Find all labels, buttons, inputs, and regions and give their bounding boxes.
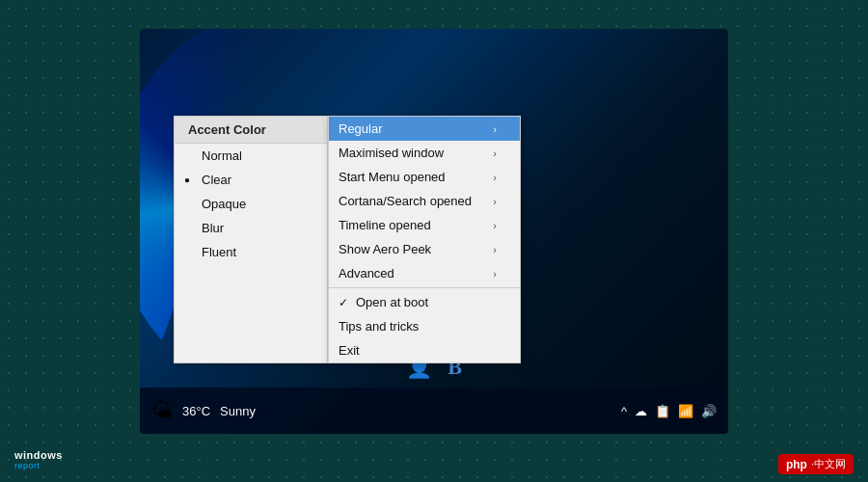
opaque-label: Opaque [202, 197, 246, 211]
regular-label: Regular [339, 121, 383, 136]
timeline-arrow-icon: › [493, 220, 497, 231]
sys-wifi-icon: 📶 [678, 404, 693, 418]
php-cn-text: ·中文网 [811, 457, 846, 471]
main-context-menu: Regular › Maximised window › Start Menu … [328, 116, 521, 363]
start-menu-arrow-icon: › [493, 172, 497, 183]
start-menu-label: Start Menu opened [339, 170, 446, 184]
aero-peek-arrow-icon: › [493, 244, 497, 255]
menu-item-tips[interactable]: Tips and tricks [329, 314, 520, 338]
menu-item-fluent[interactable]: Fluent [175, 240, 327, 264]
cortana-label: Cortana/Search opened [339, 194, 472, 208]
php-cn-logo: php ·中文网 [778, 454, 854, 474]
menu-separator-1 [329, 287, 520, 288]
menu-item-regular[interactable]: Regular › [329, 117, 520, 141]
windows-report-logo: windows report [14, 449, 63, 470]
blur-label: Blur [202, 221, 224, 235]
aero-peek-label: Show Aero Peek [339, 242, 431, 256]
menu-item-opaque[interactable]: Opaque [175, 192, 327, 216]
report-text: report [14, 461, 41, 470]
weather-icon: 🌤 [151, 398, 173, 423]
open-at-boot-label: Open at boot [356, 295, 428, 309]
sys-folder-icon: 📋 [655, 404, 670, 418]
php-text: php [786, 458, 807, 471]
accent-color-header: Accent Color [175, 117, 327, 144]
menu-item-open-at-boot[interactable]: ✓ Open at boot [329, 290, 520, 314]
menu-item-normal[interactable]: Normal [175, 144, 327, 168]
windows-text: windows [14, 449, 63, 461]
advanced-arrow-icon: › [493, 268, 497, 280]
sys-volume-icon: 🔊 [701, 404, 717, 418]
taskbar: 🌤 36°C Sunny ^ ☁ 📋 📶 🔊 [140, 388, 728, 434]
tips-label: Tips and tricks [339, 319, 419, 334]
menu-item-cortana[interactable]: Cortana/Search opened › [329, 189, 520, 213]
exit-label: Exit [339, 343, 360, 358]
accent-color-menu: Accent Color Normal ● Clear Opaque Blur … [174, 116, 328, 363]
clear-label: Clear [202, 173, 231, 187]
menu-item-advanced[interactable]: Advanced › [329, 261, 520, 285]
sys-cloud-icon: ☁ [635, 404, 647, 418]
condition-text: Sunny [220, 404, 256, 418]
fluent-label: Fluent [202, 245, 236, 259]
menu-item-exit[interactable]: Exit [329, 338, 520, 362]
cortana-arrow-icon: › [493, 196, 497, 207]
bullet-icon: ● [184, 174, 190, 185]
menu-item-aero-peek[interactable]: Show Aero Peek › [329, 237, 520, 261]
temperature-text: 36°C [182, 404, 210, 418]
sys-chevron-icon: ^ [621, 404, 627, 418]
menu-item-start-menu[interactable]: Start Menu opened › [329, 165, 520, 189]
menu-item-blur[interactable]: Blur [175, 216, 327, 240]
menu-item-maximised[interactable]: Maximised window › [329, 141, 520, 165]
advanced-label: Advanced [339, 266, 394, 281]
taskbar-sys-tray: ^ ☁ 📋 📶 🔊 [621, 404, 717, 418]
normal-label: Normal [202, 148, 242, 163]
check-icon: ✓ [339, 296, 348, 309]
timeline-label: Timeline opened [339, 218, 431, 232]
context-menu-area: Accent Color Normal ● Clear Opaque Blur … [174, 116, 521, 363]
regular-arrow-icon: › [493, 123, 497, 135]
menu-item-timeline[interactable]: Timeline opened › [329, 213, 520, 237]
menu-item-clear[interactable]: ● Clear [175, 168, 327, 192]
maximised-arrow-icon: › [493, 147, 497, 159]
maximised-label: Maximised window [339, 146, 444, 160]
